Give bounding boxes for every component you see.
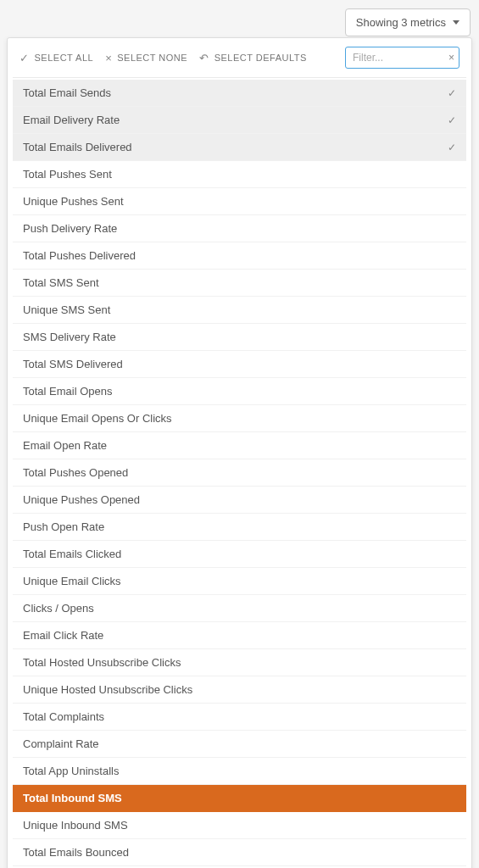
metric-item-label: SMS Delivery Rate: [23, 331, 116, 343]
clear-filter-icon[interactable]: ×: [448, 52, 454, 64]
undo-icon: ↶: [199, 52, 209, 64]
metric-item[interactable]: Total Emails Delivered✓: [13, 134, 466, 161]
metric-item-label: Push Open Rate: [23, 520, 104, 533]
metric-item-label: Push Delivery Rate: [23, 222, 117, 235]
metric-item[interactable]: Total App Uninstalls: [13, 758, 466, 785]
metric-item[interactable]: Unique Email Opens Or Clicks: [13, 405, 466, 432]
metric-item[interactable]: Clicks / Opens: [13, 595, 466, 622]
metric-item-label: Total Emails Clicked: [23, 548, 121, 560]
metric-item-label: Email Delivery Rate: [23, 114, 120, 126]
metric-item-label: Total SMS Sent: [23, 276, 99, 289]
filter-wrap: ×: [345, 47, 460, 69]
metric-item-label: Clicks / Opens: [23, 602, 94, 615]
metric-item-label: Total Email Sends: [23, 86, 111, 99]
metric-item[interactable]: Total Pushes Sent: [13, 161, 466, 188]
check-icon: ✓: [448, 114, 456, 126]
metric-item[interactable]: Total Pushes Opened: [13, 459, 466, 487]
metric-item-label: Total Pushes Opened: [23, 466, 128, 479]
metric-item-label: Total Inbound SMS: [23, 792, 122, 804]
metric-item[interactable]: Total Hosted Unsubscribe Clicks: [13, 649, 466, 676]
metric-item[interactable]: Email Delivery Rate✓: [13, 107, 466, 134]
metric-item-label: Unique Hosted Unsubscribe Clicks: [23, 683, 192, 696]
metric-item-label: Total Hosted Unsubscribe Clicks: [23, 656, 181, 669]
metrics-dropdown-toggle[interactable]: Showing 3 metrics: [345, 8, 471, 36]
metric-item-label: Unique SMS Sent: [23, 303, 110, 316]
metric-item-label: Total Email Opens: [23, 385, 113, 398]
metric-item[interactable]: Unique Pushes Sent: [13, 188, 466, 215]
metric-item-label: Complaint Rate: [23, 737, 99, 750]
check-icon: ✓: [448, 87, 456, 99]
metric-item-label: Total SMS Delivered: [23, 358, 123, 370]
metric-item-label: Email Click Rate: [23, 629, 103, 642]
close-icon: ×: [105, 52, 112, 64]
check-icon: ✓: [19, 52, 30, 64]
metric-item-label: Email Open Rate: [23, 439, 107, 452]
metric-item[interactable]: Complaint Rate: [13, 731, 466, 758]
metric-item[interactable]: Total Email Opens: [13, 378, 466, 405]
check-icon: ✓: [448, 142, 456, 153]
filter-input[interactable]: [345, 47, 460, 69]
toolbar: ✓ SELECT ALL × SELECT NONE ↶ SELECT DEFA…: [8, 38, 471, 77]
chevron-down-icon: [453, 20, 460, 25]
metrics-list: Total Email Sends✓Email Delivery Rate✓To…: [8, 80, 471, 868]
select-none-button[interactable]: × SELECT NONE: [105, 52, 187, 64]
metric-item[interactable]: Total Emails Bounced: [13, 839, 466, 866]
metric-item[interactable]: Push Open Rate: [13, 514, 466, 541]
metric-item-label: Unique Inbound SMS: [23, 819, 128, 832]
metric-item[interactable]: Total SMS Delivered: [13, 351, 466, 378]
select-defaults-button[interactable]: ↶ SELECT DEFAULTS: [199, 52, 307, 64]
metric-item[interactable]: Unique Hosted Unsubscribe Clicks: [13, 676, 466, 704]
metric-item-label: Unique Pushes Sent: [23, 195, 124, 208]
metrics-toggle-label: Showing 3 metrics: [356, 16, 446, 29]
metrics-dropdown-panel: ✓ SELECT ALL × SELECT NONE ↶ SELECT DEFA…: [7, 37, 472, 868]
metric-item-label: Unique Pushes Opened: [23, 493, 140, 506]
metric-item[interactable]: Total SMS Sent: [13, 270, 466, 297]
select-defaults-label: SELECT DEFAULTS: [214, 53, 307, 63]
metric-item-label: Unique Email Clicks: [23, 575, 121, 587]
metric-item[interactable]: Unique Pushes Opened: [13, 487, 466, 514]
metric-item[interactable]: Total Email Sends✓: [13, 80, 466, 107]
metric-item[interactable]: Email Open Rate: [13, 432, 466, 459]
select-all-label: SELECT ALL: [35, 53, 94, 63]
metric-item[interactable]: Total Pushes Delivered: [13, 242, 466, 270]
metric-item[interactable]: Total Inbound SMS: [13, 785, 466, 812]
metric-item[interactable]: Unique Inbound SMS: [13, 812, 466, 839]
metric-item-label: Total Pushes Sent: [23, 168, 112, 181]
metric-item[interactable]: Unique Email Clicks: [13, 568, 466, 595]
metric-item[interactable]: Email Click Rate: [13, 622, 466, 649]
metric-item[interactable]: Total Emails Clicked: [13, 541, 466, 568]
metric-item-label: Total Emails Bounced: [23, 846, 129, 859]
metric-item-label: Total Complaints: [23, 710, 104, 723]
metric-item-label: Total Pushes Delivered: [23, 249, 136, 262]
metric-item[interactable]: Total Complaints: [13, 704, 466, 731]
divider: [13, 77, 466, 78]
select-all-button[interactable]: ✓ SELECT ALL: [19, 52, 93, 64]
metric-item-label: Total App Uninstalls: [23, 765, 119, 777]
metric-item[interactable]: Unique SMS Sent: [13, 297, 466, 324]
metric-item-label: Unique Email Opens Or Clicks: [23, 412, 172, 425]
select-none-label: SELECT NONE: [117, 53, 187, 63]
metric-item[interactable]: SMS Delivery Rate: [13, 324, 466, 351]
metric-item[interactable]: Push Delivery Rate: [13, 215, 466, 242]
metric-item-label: Total Emails Delivered: [23, 141, 132, 153]
